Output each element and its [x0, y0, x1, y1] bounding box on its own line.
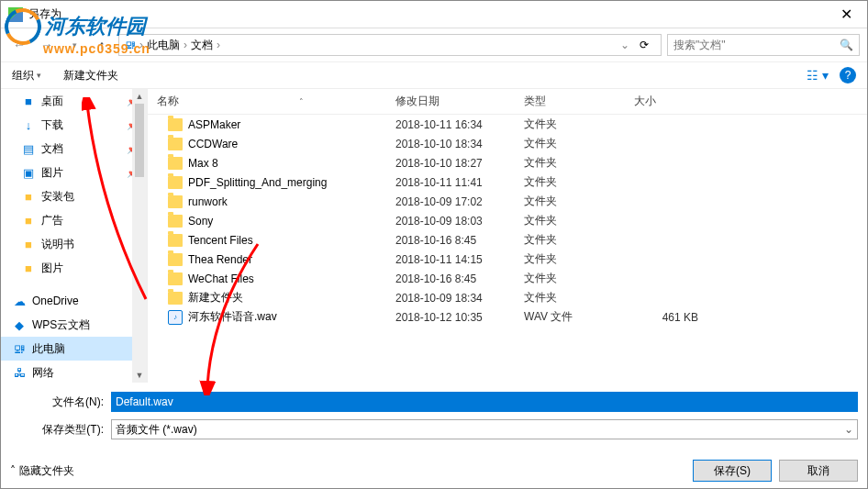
file-row[interactable]: ♪河东软件语音.wav 2018-10-12 10:35 WAV 文件 461 …: [148, 307, 867, 327]
filename-input[interactable]: [111, 392, 858, 412]
sidebar-item-label: 图片: [41, 261, 63, 276]
file-date: 2018-10-11 16:34: [386, 118, 515, 131]
file-row[interactable]: Thea Render 2018-10-11 14:15 文件夹: [148, 250, 867, 269]
col-type[interactable]: 类型: [515, 94, 625, 109]
sb-icon: ■: [21, 94, 36, 108]
file-type: 文件夹: [515, 194, 625, 209]
sidebar-item-label: 说明书: [41, 237, 74, 252]
bc-item[interactable]: 文档: [191, 38, 213, 53]
folder-icon: [168, 138, 183, 150]
sidebar-item[interactable]: ■ 安装包: [1, 184, 147, 208]
file-type: 文件夹: [515, 271, 625, 286]
bc-dd-icon[interactable]: ⌄: [620, 39, 629, 51]
close-button[interactable]: ✕: [826, 1, 867, 28]
col-size[interactable]: 大小: [625, 94, 717, 109]
sb-icon: ■: [21, 261, 36, 275]
sidebar-item[interactable]: ▣ 图片 📌: [1, 161, 147, 184]
file-date: 2018-10-11 14:15: [386, 253, 515, 266]
file-name: Max 8: [188, 157, 218, 170]
file-type: 文件夹: [515, 213, 625, 228]
sidebar-item[interactable]: 🖳 此电脑: [1, 337, 147, 361]
file-name: WeChat Files: [188, 272, 254, 285]
file-row[interactable]: ASPMaker 2018-10-11 16:34 文件夹: [148, 115, 867, 134]
nav-up-icon[interactable]: ↑: [91, 34, 113, 56]
sb-icon: ■: [21, 213, 36, 228]
file-row[interactable]: Tencent Files 2018-10-16 8:45 文件夹: [148, 230, 867, 250]
organize-button[interactable]: 组织▾: [12, 68, 41, 83]
file-name: 河东软件语音.wav: [188, 309, 277, 325]
sidebar-scrollbar[interactable]: ▲ ▼: [132, 89, 147, 383]
file-type: WAV 文件: [515, 309, 625, 325]
sidebar-item[interactable]: ■ 桌面 📌: [1, 89, 147, 113]
sb-icon: ▣: [21, 165, 36, 180]
file-row[interactable]: PDF_Splitting_And_merging 2018-10-11 11:…: [148, 172, 867, 192]
file-row[interactable]: WeChat Files 2018-10-16 8:45 文件夹: [148, 269, 867, 288]
folder-icon: [168, 292, 183, 305]
folder-icon: [168, 272, 183, 285]
search-icon[interactable]: 🔍: [840, 39, 853, 51]
file-type: 文件夹: [515, 174, 625, 190]
file-type: 文件夹: [515, 251, 625, 267]
bc-item[interactable]: 此电脑: [147, 38, 180, 53]
sidebar-item[interactable]: ■ 说明书: [1, 232, 147, 256]
wav-icon: ♪: [168, 310, 183, 325]
sidebar-item-label: 文档: [41, 141, 63, 157]
chevron-down-icon: ⌄: [844, 423, 853, 436]
file-type: 文件夹: [515, 232, 625, 248]
sb-icon: ■: [21, 237, 36, 251]
sidebar-item[interactable]: 🖧 网络: [1, 361, 147, 383]
file-name: Thea Render: [188, 253, 252, 266]
file-type: 文件夹: [515, 136, 625, 151]
file-date: 2018-10-16 8:45: [386, 272, 515, 285]
file-date: 2018-10-16 8:45: [386, 234, 515, 247]
search-input[interactable]: 🔍: [667, 34, 860, 56]
app-icon: [8, 7, 23, 22]
sidebar-item[interactable]: ▤ 文档 📌: [1, 137, 147, 161]
file-row[interactable]: Max 8 2018-10-10 18:27 文件夹: [148, 153, 867, 172]
filetype-select[interactable]: 音频文件 (*.wav)⌄: [111, 419, 858, 439]
sidebar-item[interactable]: ■ 广告: [1, 208, 147, 232]
new-folder-button[interactable]: 新建文件夹: [63, 68, 118, 83]
nav-fwd-icon[interactable]: →: [36, 34, 58, 56]
breadcrumb[interactable]: 🖳 › 此电脑 › 文档 › ⌄ ⟳: [118, 34, 662, 56]
sidebar-item-label: 广告: [41, 213, 63, 228]
file-size: 461 KB: [625, 311, 717, 324]
sidebar-item-label: 图片: [41, 165, 63, 181]
file-row[interactable]: Sony 2018-10-09 18:03 文件夹: [148, 211, 867, 230]
file-name: Sony: [188, 215, 213, 228]
sidebar-item[interactable]: ■ 图片: [1, 256, 147, 280]
hide-folders-button[interactable]: ˄ 隐藏文件夹: [10, 463, 74, 479]
cancel-button[interactable]: 取消: [779, 460, 858, 482]
sidebar-item[interactable]: ◆ WPS云文档: [1, 313, 147, 337]
view-icon[interactable]: ☷ ▾: [807, 68, 829, 83]
sidebar-item-label: 桌面: [41, 94, 63, 109]
file-row[interactable]: CCDWare 2018-10-10 18:34 文件夹: [148, 134, 867, 153]
help-icon[interactable]: ?: [840, 67, 856, 83]
file-date: 2018-10-10 18:34: [386, 138, 515, 150]
refresh-icon[interactable]: ⟳: [633, 35, 655, 55]
file-row[interactable]: 新建文件夹 2018-10-09 18:34 文件夹: [148, 288, 867, 307]
nav-back-icon[interactable]: ←: [8, 34, 30, 56]
file-row[interactable]: runwork 2018-10-09 17:02 文件夹: [148, 192, 867, 211]
sidebar-item[interactable]: ↓ 下载 📌: [1, 113, 147, 137]
col-name[interactable]: 名称˄: [148, 94, 386, 109]
sidebar-item-label: 此电脑: [32, 341, 65, 357]
col-date[interactable]: 修改日期: [386, 94, 515, 109]
filename-label: 文件名(N):: [10, 395, 111, 410]
sb-icon: 🖳: [12, 341, 27, 356]
chevron-up-icon: ˄: [10, 464, 16, 477]
sidebar-item[interactable]: ☁ OneDrive: [1, 289, 147, 313]
save-button[interactable]: 保存(S): [693, 460, 772, 482]
sb-icon: ☁: [12, 294, 27, 308]
sb-icon: ■: [21, 189, 36, 204]
file-date: 2018-10-12 10:35: [386, 311, 515, 324]
sb-icon: ↓: [21, 117, 36, 132]
sidebar-item-label: WPS云文档: [32, 317, 90, 333]
sidebar-item-label: OneDrive: [32, 295, 79, 307]
nav-dd-icon[interactable]: ▾: [63, 34, 85, 56]
sidebar-item-label: 网络: [32, 365, 54, 381]
file-name: Tencent Files: [188, 234, 253, 247]
file-name: 新建文件夹: [188, 290, 243, 306]
sort-asc-icon: ˄: [299, 97, 304, 106]
file-date: 2018-10-09 18:34: [386, 292, 515, 305]
